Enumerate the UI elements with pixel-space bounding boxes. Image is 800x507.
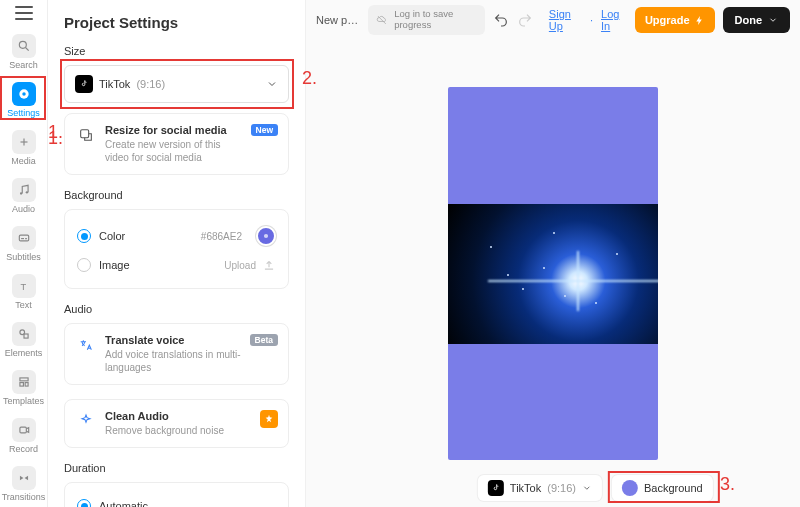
topbar: New proj... Log in to save progress Sign… bbox=[306, 0, 800, 40]
done-label: Done bbox=[735, 14, 763, 26]
redo-button[interactable] bbox=[517, 12, 533, 28]
bg-color-radio[interactable] bbox=[77, 229, 91, 243]
nav-text-label: Text bbox=[15, 300, 32, 310]
undo-button[interactable] bbox=[493, 12, 509, 28]
cloud-off-icon bbox=[376, 13, 388, 27]
clean-sub: Remove background noise bbox=[105, 424, 252, 437]
panel-title: Project Settings bbox=[64, 14, 289, 31]
transitions-icon bbox=[12, 466, 36, 490]
login-hint[interactable]: Log in to save progress bbox=[368, 5, 484, 35]
svg-point-6 bbox=[19, 192, 21, 194]
resize-icon bbox=[75, 124, 97, 146]
bg-image-option[interactable]: Image Upload bbox=[77, 252, 276, 278]
svg-point-19 bbox=[264, 234, 268, 238]
size-dropdown[interactable]: TikTok (9:16) bbox=[64, 65, 289, 103]
svg-point-3 bbox=[22, 92, 26, 96]
menu-icon[interactable] bbox=[15, 6, 33, 20]
beta-badge: Beta bbox=[250, 334, 278, 346]
chevron-down-icon bbox=[582, 483, 592, 493]
nav-subtitles-label: Subtitles bbox=[6, 252, 41, 262]
resize-title: Resize for social media bbox=[105, 124, 243, 136]
duration-auto-label: Automatic bbox=[99, 500, 148, 507]
nav-subtitles[interactable]: Subtitles bbox=[2, 222, 46, 266]
chevron-down-icon bbox=[768, 15, 778, 25]
svg-rect-18 bbox=[81, 130, 89, 138]
plus-icon bbox=[12, 130, 36, 154]
svg-rect-13 bbox=[24, 334, 28, 338]
size-platform: TikTok bbox=[99, 78, 130, 90]
nav-search[interactable]: Search bbox=[2, 30, 46, 74]
clean-title: Clean Audio bbox=[105, 410, 252, 422]
resize-sub: Create new version of this video for soc… bbox=[105, 138, 243, 164]
bg-swatch bbox=[622, 480, 638, 496]
video-canvas[interactable] bbox=[448, 87, 658, 460]
nav-settings[interactable]: Settings bbox=[2, 78, 46, 122]
resize-card[interactable]: Resize for social media Create new versi… bbox=[64, 113, 289, 175]
settings-panel: Project Settings Size TikTok (9:16) Resi… bbox=[48, 0, 306, 507]
nav-transitions[interactable]: Transitions bbox=[2, 462, 46, 506]
music-icon bbox=[12, 178, 36, 202]
done-button[interactable]: Done bbox=[723, 7, 791, 33]
section-duration-label: Duration bbox=[64, 462, 289, 474]
duration-auto-radio[interactable] bbox=[77, 499, 91, 507]
svg-point-0 bbox=[19, 41, 26, 48]
templates-icon bbox=[12, 370, 36, 394]
svg-line-1 bbox=[25, 48, 28, 51]
tiktok-icon bbox=[75, 75, 93, 93]
translate-title: Translate voice bbox=[105, 334, 242, 346]
nav-search-label: Search bbox=[9, 60, 38, 70]
color-picker-button[interactable] bbox=[256, 226, 276, 246]
upload-icon bbox=[262, 258, 276, 272]
translate-voice-card[interactable]: Translate voice Add voice translations i… bbox=[64, 323, 289, 385]
subtitles-icon bbox=[12, 226, 36, 250]
bolt-icon bbox=[694, 15, 705, 26]
bg-color-hex: #686AE2 bbox=[201, 231, 242, 242]
upload-label[interactable]: Upload bbox=[224, 260, 256, 271]
svg-rect-15 bbox=[19, 383, 23, 387]
nav-media-label: Media bbox=[11, 156, 36, 166]
nav-templates-label: Templates bbox=[3, 396, 44, 406]
svg-rect-16 bbox=[25, 383, 28, 387]
canvas-footer: TikTok (9:16) Background bbox=[478, 475, 713, 501]
nav-record-label: Record bbox=[9, 444, 38, 454]
project-name[interactable]: New proj... bbox=[316, 14, 360, 26]
signup-link[interactable]: Sign Up bbox=[549, 8, 582, 32]
sparkle-icon bbox=[75, 410, 97, 432]
nav-media[interactable]: Media bbox=[2, 126, 46, 170]
login-link[interactable]: Log In bbox=[601, 8, 627, 32]
nav-elements-label: Elements bbox=[5, 348, 43, 358]
svg-rect-17 bbox=[19, 427, 25, 433]
footer-background-button[interactable]: Background bbox=[612, 475, 713, 501]
upgrade-button[interactable]: Upgrade bbox=[635, 7, 715, 33]
upgrade-label: Upgrade bbox=[645, 14, 690, 26]
text-icon: T bbox=[12, 274, 36, 298]
tiktok-icon bbox=[488, 480, 504, 496]
nav-templates[interactable]: Templates bbox=[2, 366, 46, 410]
nav-audio[interactable]: Audio bbox=[2, 174, 46, 218]
chevron-down-icon bbox=[266, 78, 278, 90]
nav-text[interactable]: T Text bbox=[2, 270, 46, 314]
bg-color-option[interactable]: Color #686AE2 bbox=[77, 220, 276, 252]
video-frame[interactable] bbox=[448, 204, 658, 344]
canvas-wrap: TikTok (9:16) Background bbox=[306, 40, 800, 507]
translate-sub: Add voice translations in multi-language… bbox=[105, 348, 242, 374]
canvas-area: New proj... Log in to save progress Sign… bbox=[306, 0, 800, 507]
translate-icon bbox=[75, 334, 97, 356]
background-group: Color #686AE2 Image Upload bbox=[64, 209, 289, 289]
record-icon bbox=[12, 418, 36, 442]
nav-elements[interactable]: Elements bbox=[2, 318, 46, 362]
nav-transitions-label: Transitions bbox=[2, 492, 46, 502]
svg-text:T: T bbox=[20, 282, 26, 292]
left-sidebar: Search Settings Media Audio Subtitles T … bbox=[0, 0, 48, 507]
bg-image-label: Image bbox=[99, 259, 130, 271]
bg-color-label: Color bbox=[99, 230, 125, 242]
duration-auto-option[interactable]: Automatic bbox=[77, 493, 276, 507]
bg-image-radio[interactable] bbox=[77, 258, 91, 272]
duration-group: Automatic Fixed 00:05.2 bbox=[64, 482, 289, 507]
nav-record[interactable]: Record bbox=[2, 414, 46, 458]
clean-audio-card[interactable]: Clean Audio Remove background noise bbox=[64, 399, 289, 448]
footer-size-select[interactable]: TikTok (9:16) bbox=[478, 475, 602, 501]
section-background-label: Background bbox=[64, 189, 289, 201]
footer-bg-label: Background bbox=[644, 482, 703, 494]
premium-badge bbox=[260, 410, 278, 428]
